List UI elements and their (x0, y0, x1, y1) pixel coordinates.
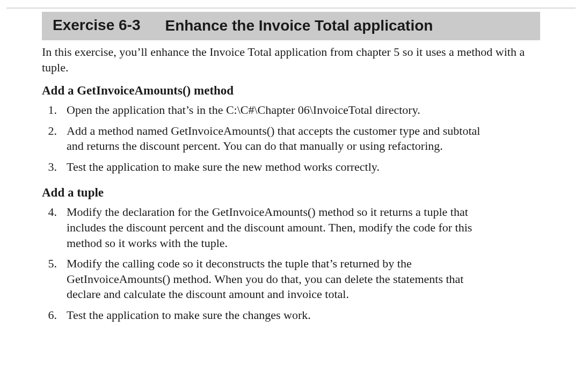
section-heading: Add a GetInvoiceAmounts() method (42, 83, 540, 99)
list-item: 3. Test the application to make sure the… (42, 157, 540, 178)
list-item: 6. Test the application to make sure the… (42, 305, 540, 326)
exercise-body: In this exercise, you’ll enhance the Inv… (42, 45, 540, 326)
step-text: Test the application to make sure the ne… (67, 159, 496, 175)
document-page: Exercise 6-3 Enhance the Invoice Total a… (0, 0, 582, 392)
exercise-header-banner: Exercise 6-3 Enhance the Invoice Total a… (42, 12, 540, 40)
step-text: Modify the calling code so it deconstruc… (67, 256, 496, 302)
step-text: Test the application to make sure the ch… (67, 308, 496, 323)
top-divider (6, 8, 576, 9)
list-item: 1. Open the application that’s in the C:… (42, 100, 540, 121)
section-heading: Add a tuple (42, 185, 540, 201)
intro-paragraph: In this exercise, you’ll enhance the Inv… (42, 45, 540, 75)
step-text: Modify the declaration for the GetInvoic… (67, 205, 496, 251)
step-number: 5. (42, 256, 57, 272)
list-item: 5. Modify the calling code so it deconst… (42, 253, 540, 305)
step-text: Open the application that’s in the C:\C#… (67, 103, 496, 118)
step-number: 4. (42, 205, 57, 220)
step-number: 6. (42, 308, 57, 323)
step-number: 3. (42, 159, 57, 175)
step-number: 1. (42, 103, 57, 118)
exercise-number: Exercise 6-3 (53, 17, 140, 34)
list-item: 4. Modify the declaration for the GetInv… (42, 202, 540, 253)
step-text: Add a method named GetInvoiceAmounts() t… (67, 124, 496, 154)
exercise-title: Enhance the Invoice Total application (165, 16, 433, 35)
step-number: 2. (42, 124, 57, 139)
step-list: 4. Modify the declaration for the GetInv… (42, 202, 540, 325)
list-item: 2. Add a method named GetInvoiceAmounts(… (42, 121, 540, 157)
step-list: 1. Open the application that’s in the C:… (42, 100, 540, 177)
